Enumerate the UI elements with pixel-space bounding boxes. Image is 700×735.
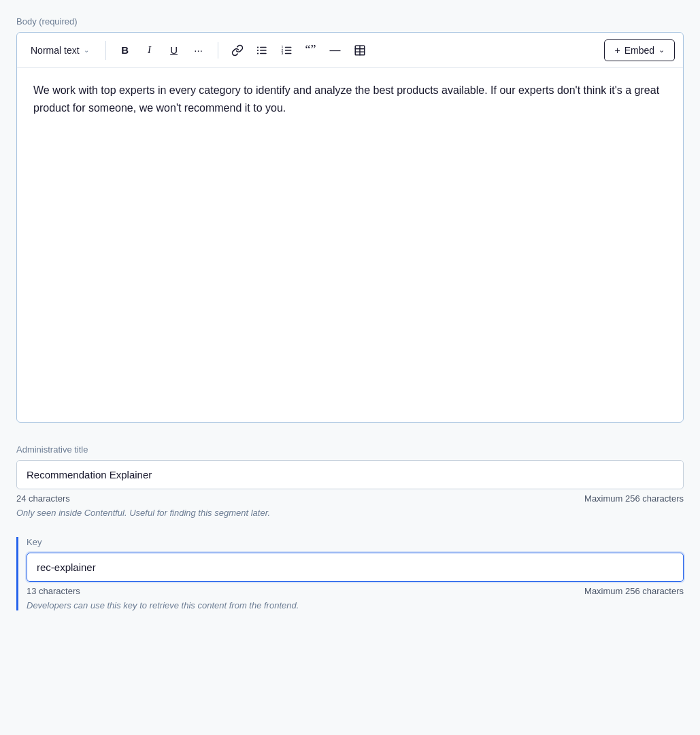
embed-plus-icon: + xyxy=(614,45,620,56)
more-button[interactable]: ··· xyxy=(188,39,210,61)
horizontal-rule-button[interactable]: — xyxy=(324,39,346,61)
bullet-list-icon xyxy=(256,44,268,56)
chevron-down-icon: ⌄ xyxy=(84,46,89,54)
underline-button[interactable]: U xyxy=(163,39,185,61)
body-section-label: Body (required) xyxy=(16,16,684,27)
bullet-list-button[interactable] xyxy=(251,39,273,61)
admin-title-label: Administrative title xyxy=(16,444,684,455)
admin-title-char-count: 24 characters xyxy=(16,493,70,504)
link-icon xyxy=(231,44,244,56)
table-icon xyxy=(354,44,366,56)
quote-button[interactable]: “” xyxy=(300,39,322,61)
body-editor-container: Normal text ⌄ B I U ··· xyxy=(16,32,684,423)
key-char-count: 13 characters xyxy=(27,586,80,596)
text-format-label: Normal text xyxy=(31,45,80,56)
editor-toolbar: Normal text ⌄ B I U ··· xyxy=(17,33,683,68)
svg-point-5 xyxy=(256,52,258,54)
text-format-dropdown[interactable]: Normal text ⌄ xyxy=(25,41,95,60)
key-char-max: Maximum 256 characters xyxy=(584,586,684,596)
admin-title-char-max: Maximum 256 characters xyxy=(584,493,684,504)
admin-title-meta: 24 characters Maximum 256 characters xyxy=(16,493,684,504)
svg-point-4 xyxy=(256,49,258,50)
ordered-list-icon: 1 2 3 xyxy=(280,44,293,56)
editor-content: We work with top experts in every catego… xyxy=(33,82,667,116)
embed-label: Embed xyxy=(624,45,654,56)
link-button[interactable] xyxy=(227,39,248,61)
italic-button[interactable]: I xyxy=(139,39,161,61)
toolbar-divider-1 xyxy=(218,42,218,59)
embed-button[interactable]: + Embed ⌄ xyxy=(604,39,675,61)
svg-point-3 xyxy=(256,46,258,48)
key-hint: Developers can use this key to retrieve … xyxy=(27,600,684,610)
svg-text:3: 3 xyxy=(281,51,283,55)
admin-title-hint: Only seen inside Contentful. Useful for … xyxy=(16,508,684,518)
admin-title-section: Administrative title 24 characters Maxim… xyxy=(16,444,684,518)
bold-button[interactable]: B xyxy=(114,39,136,61)
admin-title-input[interactable] xyxy=(16,460,684,489)
key-section: Key 13 characters Maximum 256 characters… xyxy=(16,537,684,610)
ordered-list-button[interactable]: 1 2 3 xyxy=(276,39,297,61)
key-label: Key xyxy=(27,537,684,547)
key-meta: 13 characters Maximum 256 characters xyxy=(27,586,684,596)
editor-body[interactable]: We work with top experts in every catego… xyxy=(17,68,683,422)
table-button[interactable] xyxy=(349,39,371,61)
text-format-group: Normal text ⌄ xyxy=(25,41,106,60)
key-input[interactable] xyxy=(27,553,684,582)
embed-chevron-icon: ⌄ xyxy=(659,46,665,54)
